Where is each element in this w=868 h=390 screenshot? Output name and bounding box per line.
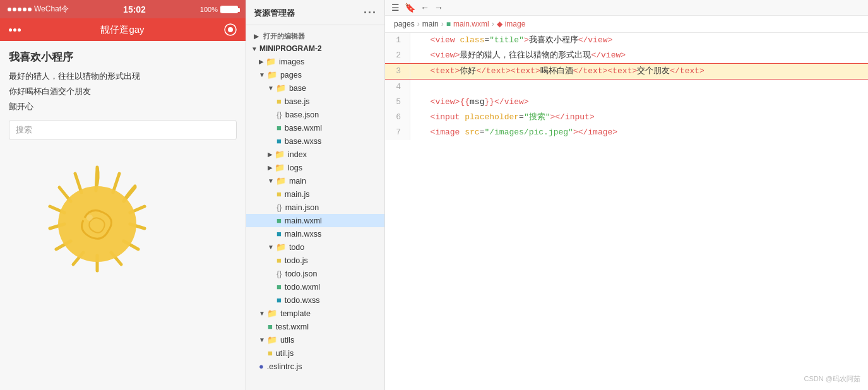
editor-body[interactable]: 1 <view class="title">我喜欢小程序</view> 2 <v… bbox=[385, 33, 868, 390]
wxml-file-icon: ■ bbox=[276, 123, 282, 133]
back-icon[interactable]: ← bbox=[420, 3, 429, 13]
folder-logs[interactable]: 📁 logs bbox=[246, 161, 384, 174]
todo-wxml-label: todo.wxml bbox=[285, 283, 320, 292]
wxml-file-icon: ■ bbox=[276, 282, 282, 292]
util-js-label: util.js bbox=[276, 349, 294, 358]
breadcrumb-sep3: › bbox=[492, 20, 494, 28]
phone-simulator: WeChat令 15:02 100% 靓仔逛gay 我喜欢小程序 最好的猎人，往… bbox=[0, 0, 246, 390]
main-json-label: main.json bbox=[285, 203, 319, 212]
line-number: 7 bbox=[385, 125, 410, 140]
todo-wxss-label: todo.wxss bbox=[285, 296, 320, 305]
file-manager-panel: 资源管理器 ··· 打开的编辑器 MINIPROGRAM-2 📁 images … bbox=[246, 0, 385, 390]
json-file-icon: {} bbox=[276, 269, 282, 278]
test-wxml-label: test.wxml bbox=[276, 322, 309, 331]
code-line-4: 4 bbox=[385, 80, 868, 95]
forward-icon[interactable]: → bbox=[434, 3, 443, 13]
folder-template[interactable]: 📁 template bbox=[246, 307, 384, 320]
file-base-wxml[interactable]: ■ base.wxml bbox=[246, 121, 384, 134]
open-editors-chevron bbox=[254, 33, 259, 40]
line-number: 4 bbox=[385, 80, 410, 95]
folder-icon: 📁 bbox=[266, 57, 276, 66]
phone-search-input[interactable]: 搜索 bbox=[9, 120, 237, 140]
file-base-js[interactable]: ■ base.js bbox=[246, 95, 384, 108]
file-main-wxml[interactable]: ■ main.wxml bbox=[246, 214, 384, 227]
watermark: CSDN @码农阿茹 bbox=[804, 374, 860, 384]
js-file-icon: ■ bbox=[276, 256, 282, 265]
file-manager-more[interactable]: ··· bbox=[364, 6, 377, 20]
battery-pct: 100% bbox=[200, 6, 218, 13]
menu-icon[interactable]: ☰ bbox=[391, 3, 400, 13]
file-eslintrc[interactable]: ● .eslintrc.js bbox=[246, 360, 384, 373]
open-editors-label: 打开的编辑器 bbox=[263, 32, 305, 41]
phone-title-actions bbox=[224, 23, 237, 36]
svg-line-15 bbox=[75, 174, 81, 192]
phone-line1: 最好的猎人，往往以猎物的形式出现 bbox=[9, 69, 237, 83]
file-main-wxss[interactable]: ■ main.wxss bbox=[246, 227, 384, 240]
line-number: 6 bbox=[385, 110, 410, 125]
folder-index[interactable]: 📁 index bbox=[246, 148, 384, 161]
code-line-7: 7 <image src="/images/pic.jpeg"></image> bbox=[385, 125, 868, 140]
phone-action-icon[interactable] bbox=[224, 23, 237, 36]
wxml-file-icon: ■ bbox=[268, 322, 273, 331]
phone-menu-dots[interactable] bbox=[9, 28, 21, 32]
phone-line2: 你好喝杯白酒交个朋友 bbox=[9, 85, 237, 98]
line-code: <view>最好的猎人，往往以猎物的形式出现</view> bbox=[410, 48, 868, 63]
svg-point-16 bbox=[58, 186, 136, 262]
folder-icon: 📁 bbox=[267, 70, 277, 80]
breadcrumb-element[interactable]: image bbox=[505, 20, 526, 28]
dot bbox=[13, 28, 16, 32]
phone-image bbox=[9, 146, 186, 304]
wxss-file-icon: ■ bbox=[276, 295, 282, 305]
file-todo-json[interactable]: {} todo.json bbox=[246, 267, 384, 280]
line-code: <image src="/images/pic.jpeg"></image> bbox=[410, 125, 868, 140]
folder-icon: 📁 bbox=[275, 150, 285, 159]
file-base-wxss[interactable]: ■ base.wxss bbox=[246, 134, 384, 148]
main-label: main bbox=[289, 177, 306, 186]
file-test-wxml[interactable]: ■ test.wxml bbox=[246, 320, 384, 333]
file-util-js[interactable]: ■ util.js bbox=[246, 346, 384, 360]
file-main-js[interactable]: ■ main.js bbox=[246, 187, 384, 201]
folder-pages[interactable]: 📁 pages bbox=[246, 68, 384, 81]
signal-dot bbox=[18, 8, 21, 11]
utils-chevron bbox=[259, 336, 265, 343]
project-root[interactable]: MINIPROGRAM-2 bbox=[246, 42, 384, 55]
file-manager-title: 资源管理器 bbox=[254, 8, 295, 19]
file-todo-wxss[interactable]: ■ todo.wxss bbox=[246, 293, 384, 307]
line-code: <view>{{msg}}</view> bbox=[410, 95, 868, 110]
breadcrumb-main[interactable]: main bbox=[422, 20, 439, 28]
line-number: 2 bbox=[385, 48, 410, 63]
eslintrc-label: .eslintrc.js bbox=[267, 362, 302, 371]
breadcrumb-filename[interactable]: main.wxml bbox=[453, 20, 489, 28]
project-chevron bbox=[251, 45, 258, 52]
folder-utils[interactable]: 📁 utils bbox=[246, 333, 384, 346]
breadcrumb-pages[interactable]: pages bbox=[394, 20, 415, 28]
file-todo-wxml[interactable]: ■ todo.wxml bbox=[246, 280, 384, 293]
folder-todo[interactable]: 📁 todo bbox=[246, 240, 384, 254]
editor-panel: ☰ 🔖 ← → pages › main › ■ main.wxml › ◆ i… bbox=[385, 0, 868, 390]
dot bbox=[9, 28, 12, 32]
todo-label: todo bbox=[289, 243, 304, 252]
index-label: index bbox=[288, 150, 307, 159]
battery-fill bbox=[221, 6, 237, 13]
line-number: 3 bbox=[385, 64, 410, 79]
sun-drawing bbox=[15, 150, 179, 301]
signal-dot bbox=[23, 8, 27, 11]
code-line-6: 6 <input placeholder="搜索"></input> bbox=[385, 110, 868, 125]
phone-time: 15:02 bbox=[123, 4, 146, 15]
folder-main[interactable]: 📁 main bbox=[246, 174, 384, 187]
file-main-json[interactable]: {} main.json bbox=[246, 201, 384, 214]
wxss-file-icon: ■ bbox=[276, 229, 282, 239]
pages-chevron bbox=[259, 71, 265, 78]
eslint-file-icon: ● bbox=[259, 362, 264, 371]
base-wxss-label: base.wxss bbox=[285, 137, 321, 146]
file-todo-js[interactable]: ■ todo.js bbox=[246, 254, 384, 267]
file-base-json[interactable]: {} base.json bbox=[246, 108, 384, 121]
bookmark-icon[interactable]: 🔖 bbox=[405, 3, 415, 13]
template-chevron bbox=[259, 310, 265, 317]
folder-base[interactable]: 📁 base bbox=[246, 81, 384, 95]
image-breadcrumb-icon: ◆ bbox=[497, 20, 502, 28]
folder-images[interactable]: 📁 images bbox=[246, 55, 384, 68]
svg-line-3 bbox=[113, 174, 119, 192]
folder-icon: 📁 bbox=[267, 335, 277, 345]
main-js-label: main.js bbox=[285, 190, 310, 199]
